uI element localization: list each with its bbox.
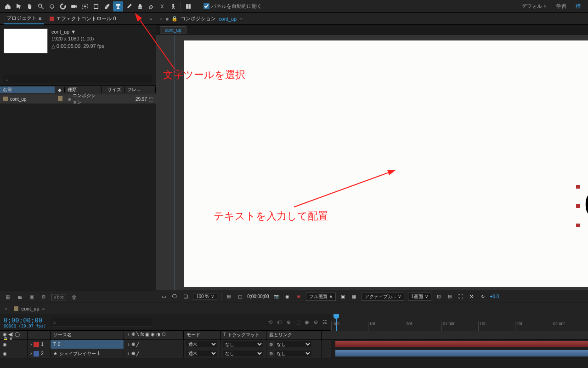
effect-controls-tab[interactable]: エフェクトコントロール 0 [47, 13, 119, 24]
project-tab[interactable]: プロジェクト ≡ [4, 13, 44, 24]
tl-icon-1[interactable]: ⟲ [268, 319, 272, 325]
header-size[interactable]: サイズ [102, 86, 124, 93]
workspace-standard[interactable]: 標 [576, 3, 581, 10]
tl-icon-7[interactable]: ☵ [322, 319, 327, 325]
bpc-label[interactable]: 8 bpc [51, 294, 66, 300]
vf-icon5[interactable]: ↻ [479, 293, 486, 300]
layer-duration-bar[interactable] [335, 350, 588, 356]
timeline-tab[interactable]: cont_up ≡ [10, 305, 49, 312]
pen-tool[interactable] [102, 1, 112, 12]
camera-tool[interactable] [69, 1, 79, 12]
header-fps[interactable]: フレ... [124, 86, 156, 93]
track-select[interactable]: なし [223, 341, 263, 347]
tl-icon-6[interactable]: ⊘ [314, 319, 318, 325]
new-folder-btn[interactable]: 🖿 [16, 293, 24, 301]
timecode-display[interactable]: 0;00;00;00 [247, 294, 269, 299]
parent-select[interactable]: なし [275, 351, 311, 356]
track-select[interactable]: なし [223, 351, 263, 356]
snap-tool[interactable] [183, 1, 193, 12]
rect-tool[interactable] [91, 1, 101, 12]
header-parent[interactable]: 親とリンク [266, 331, 322, 339]
text-layer-object[interactable]: 0 [579, 188, 588, 224]
header-tag[interactable]: ◆ [55, 87, 65, 92]
mode-select[interactable]: 通常 [187, 351, 217, 356]
header-track[interactable]: T トラックマット [220, 331, 266, 339]
comp-thumbnail[interactable] [4, 29, 48, 53]
timeline-layer-row[interactable]: ◉ ›1 T0 ♀ ❋ ╱ 通常 なし ⊚ なし [0, 340, 588, 349]
current-time[interactable]: 0;00;00;00 [4, 316, 46, 324]
auto-open-checkbox[interactable] [204, 3, 209, 9]
display-icon[interactable]: 🖵 [171, 293, 178, 300]
project-item-row[interactable]: cont_up ■コンポジション 29.97⬚ [0, 94, 156, 104]
header-type[interactable]: 種類 [65, 86, 102, 93]
lock-icon[interactable]: 🔒 [171, 16, 178, 22]
parent-select[interactable]: なし [275, 341, 311, 347]
vf-icon2[interactable]: ⊟ [446, 293, 453, 300]
workspace-default[interactable]: デフォルト [522, 3, 547, 10]
canvas[interactable]: 0 [184, 40, 588, 287]
header-name[interactable]: 名前 [0, 86, 55, 93]
magnify-icon[interactable]: ▭ [160, 293, 167, 300]
comp-name: cont_up ▼ [51, 29, 104, 35]
rotate-tool[interactable] [58, 1, 68, 12]
hand-tool[interactable] [25, 1, 35, 12]
interpret-btn[interactable]: ▦ [4, 293, 12, 301]
timeline-search[interactable] [51, 318, 152, 327]
project-search-input[interactable] [4, 75, 152, 83]
composition-viewport[interactable]: 0 [156, 35, 588, 290]
text-tool[interactable] [113, 1, 123, 12]
transparency-icon[interactable]: ▦ [351, 293, 358, 300]
layer-color-chip[interactable] [34, 351, 39, 356]
region-icon[interactable]: ▣ [339, 293, 347, 300]
tl-icon-4[interactable]: ⬚ [295, 319, 300, 325]
vf-icon1[interactable]: ⊡ [435, 293, 442, 300]
quality-select[interactable]: フル画質 ∨ [306, 293, 336, 301]
header-mode[interactable]: モード [184, 331, 220, 339]
home-tool[interactable] [3, 1, 13, 12]
timeline-layer-row[interactable]: ◉ ›2 ★シェイプレイヤー 1 ♀ ❋ ╱ 通常 なし ⊚ なし [0, 349, 588, 358]
mode-select[interactable]: 通常 [187, 341, 217, 347]
channel-icon[interactable]: ◉ [284, 293, 291, 300]
tl-icon-3[interactable]: ⊕ [287, 319, 291, 325]
comp-subtab[interactable]: cont_up [160, 26, 187, 34]
roto-tool[interactable] [157, 1, 167, 12]
exposure-value[interactable]: +0.0 [490, 294, 499, 299]
trash-btn[interactable]: 🗑 [70, 293, 78, 301]
mask-icon[interactable]: ❏ [182, 293, 189, 300]
layer-duration-bar[interactable] [335, 341, 588, 347]
svg-rect-2 [72, 5, 75, 7]
eye-icon[interactable]: ◉ [3, 342, 8, 347]
comp-panel-name[interactable]: cont_up [219, 16, 237, 22]
views-select[interactable]: 1画面 ∨ [408, 293, 431, 301]
camera-select[interactable]: アクティブカ... ∨ [362, 293, 404, 301]
zoom-tool[interactable] [36, 1, 46, 12]
layer-color-chip[interactable] [34, 342, 39, 347]
auto-open-panel-check[interactable]: パネルを自動的に開く [204, 3, 262, 10]
header-source[interactable]: ソース名 [51, 331, 124, 339]
vf-icon4[interactable]: ⚒ [468, 293, 475, 300]
eraser-tool[interactable] [146, 1, 156, 12]
guides-icon[interactable]: ◫ [236, 293, 243, 300]
anchor-tool[interactable] [80, 1, 90, 12]
settings-btn[interactable]: ⚙ [40, 293, 48, 301]
tl-icon-2[interactable]: 🏷 [277, 319, 282, 325]
comp-info: cont_up ▼ 1920 x 1080 (1.00) △ 0;00;05;0… [51, 29, 104, 53]
zoom-select[interactable]: 100 % ∨ [193, 293, 217, 300]
selection-tool[interactable] [14, 1, 24, 12]
time-ruler[interactable]: :00f10f20f 01:00f10f20f 02:00f10f20f 03:… [331, 314, 588, 331]
grid-icon[interactable]: ⊞ [225, 293, 232, 300]
vf-icon3[interactable]: ⛶ [457, 293, 464, 300]
eye-icon[interactable]: ◉ [3, 351, 8, 356]
comp-icon [3, 97, 8, 101]
workspace-switcher: デフォルト 学習 標 [522, 3, 585, 10]
brush-tool[interactable] [124, 1, 134, 12]
workspace-learn[interactable]: 学習 [556, 3, 566, 10]
shape-layer-icon: ★ [53, 351, 57, 356]
new-comp-btn[interactable]: ▣ [28, 293, 36, 301]
clone-tool[interactable] [135, 1, 145, 12]
color-icon[interactable]: ❀ [295, 293, 302, 300]
orbit-tool[interactable] [47, 1, 57, 12]
puppet-tool[interactable] [168, 1, 178, 12]
snapshot-icon[interactable]: 📷 [273, 293, 280, 300]
tl-icon-5[interactable]: ◉ [305, 319, 309, 325]
